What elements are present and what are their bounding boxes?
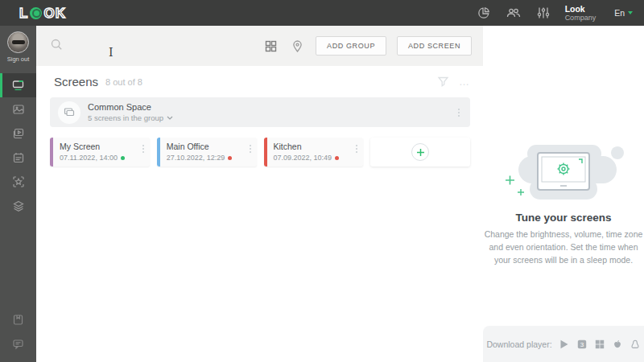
plus-icon [411, 143, 429, 161]
screens-count: 8 out of 8 [105, 77, 142, 87]
group-avatar [58, 101, 80, 124]
apple-icon[interactable] [613, 339, 623, 349]
logo-letter: L [19, 6, 28, 20]
add-group-button[interactable]: ADD GROUP [316, 36, 386, 56]
sidebar-item-playlists[interactable] [0, 121, 36, 146]
screens-page: Screens 8 out of 8 … Common Space [36, 66, 483, 362]
map-view-icon[interactable] [289, 38, 305, 54]
logo-letter: O [43, 6, 55, 20]
screen-datetime: 07.09.2022, 10:49 [274, 154, 332, 162]
download-player-label: Download player: [486, 339, 551, 349]
screens-icon [11, 79, 25, 92]
group-subtitle: 5 screens in the group [88, 113, 163, 122]
google-play-icon[interactable] [559, 339, 570, 349]
account-type: Company [565, 14, 597, 22]
status-dot [228, 156, 232, 160]
windows-icon[interactable] [595, 339, 605, 349]
more-options-icon[interactable]: … [459, 80, 470, 84]
statistics-icon[interactable] [476, 5, 492, 21]
language-selector[interactable]: En [614, 8, 633, 18]
sidebar: Sign out [0, 26, 36, 362]
language-label: En [614, 8, 625, 18]
sidebar-item-layers[interactable] [0, 194, 36, 218]
screen-name: My Screen [60, 142, 140, 151]
avatar [7, 31, 29, 53]
info-title: Tune your screens [483, 212, 644, 224]
sidebar-item-schedule[interactable] [0, 146, 36, 170]
screen-card[interactable]: Main Office 27.10.2022, 12:29 [157, 138, 257, 167]
sliders-icon[interactable] [535, 5, 551, 21]
sidebar-bottom-nav [0, 307, 36, 356]
add-screen-button[interactable]: ADD SCREEN [397, 36, 472, 56]
screen-datetime: 27.10.2022, 12:29 [167, 154, 225, 162]
users-icon[interactable] [506, 5, 522, 21]
screen-group-row[interactable]: Common Space 5 screens in the group [50, 97, 470, 127]
sidebar-item-widgets[interactable] [0, 170, 36, 194]
screen-name: Kitchen [274, 142, 354, 151]
top-bar: L O K [0, 0, 644, 26]
tune-screens-illustration [483, 145, 644, 209]
widgets-icon [12, 175, 25, 188]
add-screen-card[interactable] [370, 138, 470, 167]
chevron-down-icon [628, 11, 633, 14]
status-dot [121, 156, 125, 160]
status-dot [335, 156, 339, 160]
info-panel: Tune your screens Change the brightness,… [483, 26, 644, 362]
playlists-icon [12, 127, 25, 140]
media-icon [12, 103, 25, 116]
group-menu-icon[interactable] [456, 106, 462, 119]
screen-menu-icon[interactable] [353, 142, 360, 167]
app-window: L O K [0, 0, 644, 362]
sidebar-item-support[interactable] [0, 331, 36, 356]
page-title: Screens [54, 75, 98, 88]
account-menu[interactable]: Look Company [565, 4, 597, 22]
account-name: Look [565, 4, 597, 14]
sidebar-item-screens[interactable] [0, 73, 36, 97]
linux-icon[interactable] [630, 339, 641, 349]
screen-name: Main Office [167, 142, 247, 151]
grid-view-icon[interactable] [262, 38, 279, 54]
logo-letter: K [56, 6, 66, 20]
search-icon [50, 38, 64, 55]
sign-out-button[interactable]: Sign out [7, 26, 30, 63]
look-logo[interactable]: L O K [19, 6, 66, 20]
sidebar-item-manual[interactable] [0, 307, 36, 331]
logo-eye-icon [30, 7, 42, 19]
search-input[interactable] [73, 36, 234, 56]
screen-cards: My Screen 07.11.2022, 14:00 Main Office … [50, 138, 470, 167]
screen-menu-icon[interactable] [247, 142, 254, 167]
support-chat-icon [12, 338, 24, 350]
info-description: Change the brightness, volume, time zone… [483, 228, 644, 266]
screen-datetime: 07.11.2022, 14:00 [60, 154, 118, 162]
download-player-bar: Download player: 3 [483, 326, 644, 362]
sidebar-item-media[interactable] [0, 97, 36, 121]
schedule-icon [12, 151, 25, 164]
sign-out-label: Sign out [7, 56, 30, 63]
layers-icon [12, 200, 25, 212]
screen-card[interactable]: My Screen 07.11.2022, 14:00 [50, 138, 150, 167]
svg-text:3: 3 [580, 340, 584, 348]
screen-menu-icon[interactable] [140, 142, 147, 167]
sidebar-nav [0, 73, 36, 218]
filter-icon[interactable] [437, 76, 449, 88]
screen-card[interactable]: Kitchen 07.09.2022, 10:49 [264, 138, 364, 167]
android-tv-icon[interactable]: 3 [577, 339, 588, 349]
group-name: Common Space [88, 102, 173, 112]
chevron-down-icon[interactable] [167, 116, 173, 120]
manual-book-icon [12, 314, 24, 326]
toolbar: I ADD GROUP ADD SCREEN [36, 26, 483, 66]
